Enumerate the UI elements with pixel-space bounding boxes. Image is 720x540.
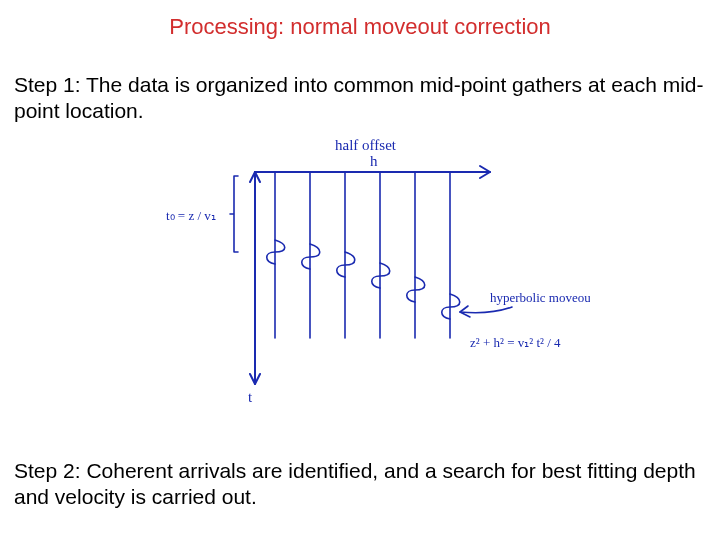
t0-label: t₀ = z / v₁ [166, 208, 216, 223]
nmo-diagram: half offset h t t₀ = z / v₁ [160, 132, 590, 412]
slide: Processing: normal moveout correction St… [0, 0, 720, 540]
t0-bracket-icon [230, 176, 238, 252]
axis-label-half-offset: half offset [335, 137, 397, 153]
step-1-text: Step 1: The data is organized into commo… [0, 72, 720, 125]
page-title: Processing: normal moveout correction [0, 0, 720, 40]
axis-var-h: h [370, 153, 378, 169]
moveout-label: hyperbolic moveout [490, 290, 590, 305]
moveout-pointer-arrow-icon [460, 306, 470, 317]
moveout-pointer-icon [460, 307, 512, 313]
seismic-traces [275, 172, 450, 338]
axis-var-t: t [248, 389, 253, 405]
step-2-text: Step 2: Coherent arrivals are identified… [0, 458, 720, 511]
moveout-equation: z² + h² = v₁² t² / 4 [470, 335, 561, 350]
wavelets [267, 240, 460, 319]
